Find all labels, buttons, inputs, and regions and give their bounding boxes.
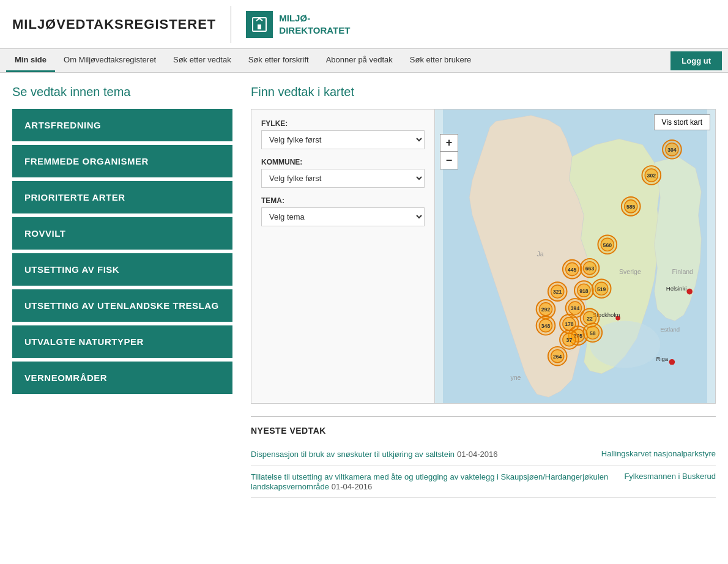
nyeste-vedtak-title: NYESTE VEDTAK — [251, 426, 716, 436]
svg-text:22: 22 — [587, 316, 593, 322]
vedtak-date-0: 01-04-2016 — [457, 450, 498, 459]
kommune-label: KOMMUNE: — [261, 158, 425, 166]
logout-button[interactable]: Logg ut — [670, 51, 722, 70]
vedtak-org-1[interactable]: Fylkesmannen i Buskerud — [624, 472, 716, 491]
sidebar-btn-rovvilt[interactable]: ROVVILT — [12, 217, 232, 250]
svg-text:Riga: Riga — [656, 355, 668, 362]
svg-text:519: 519 — [597, 286, 606, 292]
tema-select[interactable]: Velg tema — [261, 207, 425, 226]
vedtak-link-0[interactable]: Dispensasjon til bruk av snøskuter til u… — [251, 450, 455, 459]
zoom-out-button[interactable]: − — [440, 152, 458, 169]
nav: Min side Om Miljøvedtaksregisteret Søk e… — [0, 49, 728, 73]
svg-text:Ja: Ja — [537, 250, 544, 258]
map-container: FYLKE: Velg fylke først KOMMUNE: Velg fy… — [251, 109, 716, 404]
fylke-select[interactable]: Velg fylke først — [261, 130, 425, 149]
svg-text:Sverige: Sverige — [619, 268, 641, 275]
svg-text:292: 292 — [541, 306, 551, 313]
nyeste-vedtak-section: NYESTE VEDTAK Dispensasjon til bruk av s… — [251, 416, 716, 498]
sidebar-title: Se vedtak innen tema — [12, 85, 232, 99]
zoom-in-button[interactable]: + — [440, 135, 458, 152]
svg-text:348: 348 — [541, 323, 551, 329]
svg-text:918: 918 — [579, 288, 589, 294]
header-divider — [231, 6, 231, 43]
content-area: Finn vedtak i kartet FYLKE: Velg fylke f… — [251, 85, 716, 498]
sidebar-btn-naturtyper[interactable]: UTVALGTE NATURTYPER — [12, 325, 232, 358]
map-filters: FYLKE: Velg fylke først KOMMUNE: Velg fy… — [251, 109, 435, 403]
vedtak-row: Dispensasjon til bruk av snøskuter til u… — [251, 443, 716, 466]
tema-label: TEMA: — [261, 196, 425, 205]
svg-text:445: 445 — [568, 267, 577, 273]
fylke-label: FYLKE: — [261, 119, 425, 128]
vedtak-date-1: 01-04-2016 — [332, 482, 373, 491]
map-svg: Sverige Finland yne Ja Helsinki Riga Sto… — [435, 109, 715, 403]
nav-item-sok-forskrift[interactable]: Søk etter forskrift — [240, 49, 318, 72]
nav-item-sok-brukere[interactable]: Søk etter brukere — [401, 49, 480, 72]
svg-point-10 — [669, 359, 675, 365]
vis-stort-kart-button[interactable]: Vis stort kart — [654, 114, 710, 130]
sidebar-btn-verneomrader[interactable]: VERNEOMRÅDER — [12, 362, 232, 394]
svg-text:37: 37 — [566, 337, 573, 343]
map-zoom-controls: + − — [440, 134, 458, 169]
kommune-filter-group: KOMMUNE: Velg fylke først — [261, 158, 425, 188]
sidebar-btn-prioriterte[interactable]: PRIORITERTE ARTER — [12, 181, 232, 213]
svg-text:Estland: Estland — [660, 326, 680, 333]
logo-text: MILJØ- DIREKTORATET — [279, 12, 350, 36]
svg-text:178: 178 — [565, 321, 574, 327]
svg-text:304: 304 — [667, 147, 677, 153]
fylke-filter-group: FYLKE: Velg fylke først — [261, 119, 425, 149]
map-section-title: Finn vedtak i kartet — [251, 85, 716, 99]
sidebar-btn-treslag[interactable]: UTSETTING AV UTENLANDSKE TRESLAG — [12, 289, 232, 322]
vedtak-left-1: Tillatelse til utsetting av viltkamera m… — [251, 472, 612, 491]
vedtak-org-0[interactable]: Hallingskarvet nasjonalparkstyre — [601, 449, 716, 459]
sidebar-btn-fisk[interactable]: UTSETTING AV FISK — [12, 253, 232, 286]
map-visual: Vis stort kart + − — [435, 109, 715, 403]
site-title: MILJØVEDTAKSREGISTERET — [12, 17, 216, 32]
tema-filter-group: TEMA: Velg tema — [261, 196, 425, 226]
nav-item-abonner[interactable]: Abonner på vedtak — [318, 49, 401, 72]
svg-text:yne: yne — [510, 374, 521, 381]
svg-rect-1 — [258, 24, 261, 29]
main-content: Se vedtak innen tema ARTSFREDNING FREMME… — [0, 73, 728, 510]
logo-icon — [246, 11, 273, 38]
svg-text:663: 663 — [585, 265, 595, 272]
svg-text:585: 585 — [626, 204, 636, 210]
svg-text:Helsinki: Helsinki — [666, 285, 687, 292]
svg-text:264: 264 — [553, 354, 562, 360]
svg-point-8 — [686, 289, 693, 295]
vedtak-link-1[interactable]: Tillatelse til utsetting av viltkamera m… — [251, 472, 608, 491]
nav-item-min-side[interactable]: Min side — [6, 49, 55, 72]
logo-svg — [251, 16, 268, 33]
sidebar-btn-fremmede[interactable]: FREMMEDE ORGANISMER — [12, 145, 232, 177]
sidebar-btn-artsfredning[interactable]: ARTSFREDNING — [12, 109, 232, 141]
svg-text:58: 58 — [590, 330, 596, 336]
nav-item-om[interactable]: Om Miljøvedtaksregisteret — [55, 49, 165, 72]
sidebar: Se vedtak innen tema ARTSFREDNING FREMME… — [12, 85, 232, 498]
svg-text:Finland: Finland — [672, 268, 693, 275]
svg-text:394: 394 — [571, 305, 580, 311]
kommune-select[interactable]: Velg fylke først — [261, 169, 425, 188]
header: MILJØVEDTAKSREGISTERET MILJØ- DIREKTORAT… — [0, 0, 728, 49]
vedtak-row-1: Tillatelse til utsetting av viltkamera m… — [251, 466, 716, 498]
nav-item-sok-vedtak[interactable]: Søk etter vedtak — [165, 49, 240, 72]
svg-text:321: 321 — [553, 289, 562, 295]
svg-text:302: 302 — [647, 173, 656, 179]
logo: MILJØ- DIREKTORATET — [246, 11, 350, 38]
vedtak-left: Dispensasjon til bruk av snøskuter til u… — [251, 449, 497, 459]
svg-text:560: 560 — [603, 242, 612, 248]
